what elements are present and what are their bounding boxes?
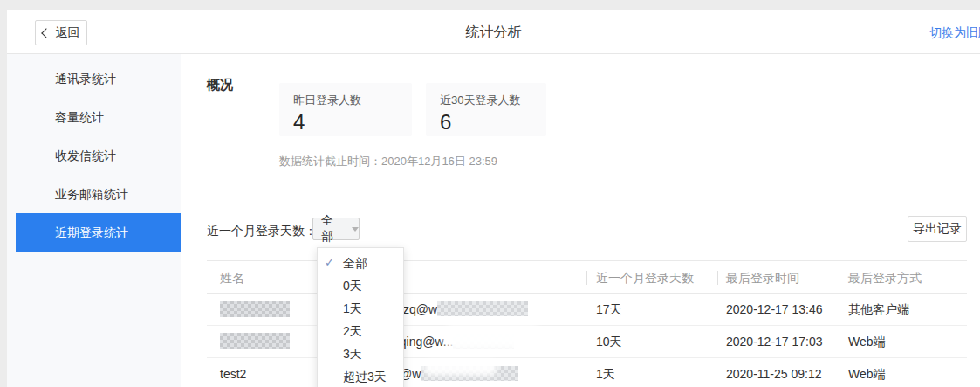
redacted-name (220, 301, 290, 317)
top-bar: 返回 统计分析 切换为旧版 (7, 10, 980, 54)
dropdown-option-1day[interactable]: 1天 (318, 297, 403, 320)
dropdown-option-3days[interactable]: 3天 (318, 342, 403, 365)
login-days-dropdown-menu: ✓ 全部 0天 1天 2天 3天 超过3天 (317, 247, 404, 387)
overview-section-label: 概况 (207, 77, 233, 93)
dropdown-option-2days[interactable]: 2天 (318, 320, 403, 342)
last-login-method-cell: Web端 (840, 326, 967, 358)
dropdown-option-all[interactable]: ✓ 全部 (318, 252, 403, 274)
sidebar: 通讯录统计 容量统计 收发信统计 业务邮箱统计 近期登录统计 (7, 54, 181, 387)
login-days-filter-label: 近一个月登录天数： (207, 224, 317, 239)
sidebar-item-capacity-stats[interactable]: 容量统计 (7, 98, 181, 136)
login-days-cell: 17天 (586, 294, 717, 326)
stat-card-label: 近30天登录人数 (440, 93, 532, 108)
export-records-button[interactable]: 导出记录 (908, 216, 967, 242)
sidebar-item-business-mailbox-stats[interactable]: 业务邮箱统计 (7, 175, 181, 213)
login-days-cell: 1天 (586, 358, 717, 387)
redacted-email (437, 301, 528, 316)
dropdown-option-label: 超过3天 (343, 370, 387, 384)
sidebar-item-mail-stats[interactable]: 收发信统计 (7, 136, 181, 175)
header-last-login-method: 最后登录方式 (840, 261, 967, 294)
dropdown-option-over-3days[interactable]: 超过3天 (318, 365, 403, 387)
redacted-email (421, 366, 518, 381)
main-content: 概况 昨日登录人数 4 近30天登录人数 6 数据统计截止时间：2020年12月… (181, 54, 980, 387)
data-cutoff-note: 数据统计截止时间：2020年12月16日 23:59 (279, 154, 497, 169)
stat-card-value: 6 (440, 110, 532, 135)
sidebar-item-recent-login-stats[interactable]: 近期登录统计 (16, 213, 181, 252)
dropdown-option-label: 3天 (343, 347, 362, 361)
sidebar-item-contacts-stats[interactable]: 通讯录统计 (7, 59, 181, 98)
last-login-time-cell: 2020-11-25 09:12 (717, 358, 840, 387)
account-email: zq@w (403, 302, 437, 316)
login-days-select-value: 全部 (321, 213, 345, 245)
redacted-email (453, 334, 514, 349)
header-last-login-time: 最后登录时间 (717, 261, 840, 294)
last-login-time-cell: 2020-12-17 13:46 (717, 294, 840, 326)
caret-down-icon (352, 227, 359, 232)
last-login-method-cell: 其他客户端 (840, 294, 967, 326)
dropdown-option-label: 2天 (343, 324, 362, 338)
dropdown-option-label: 全部 (343, 256, 367, 270)
stat-card-30day-logins: 近30天登录人数 6 (426, 83, 546, 136)
dropdown-option-0days[interactable]: 0天 (318, 274, 403, 297)
dropdown-option-label: 0天 (343, 279, 362, 293)
header-divider (586, 271, 587, 285)
dropdown-option-label: 1天 (343, 301, 362, 315)
login-days-cell: 10天 (586, 326, 717, 358)
switch-to-old-version-link[interactable]: 切换为旧版 (929, 10, 980, 54)
page-title: 统计分析 (7, 10, 980, 54)
login-days-select[interactable]: 全部 (312, 218, 360, 240)
stat-card-value: 4 (293, 110, 398, 135)
stat-card-label: 昨日登录人数 (293, 93, 398, 108)
header-divider (840, 271, 840, 285)
header-divider (717, 271, 718, 285)
stat-card-yesterday-logins: 昨日登录人数 4 (279, 83, 412, 136)
last-login-method-cell: Web端 (840, 358, 967, 387)
redacted-name (220, 333, 290, 349)
check-icon: ✓ (325, 252, 334, 274)
last-login-time-cell: 2020-12-17 17:03 (717, 326, 840, 358)
header-login-days: 近一个月登录天数 (586, 261, 717, 294)
